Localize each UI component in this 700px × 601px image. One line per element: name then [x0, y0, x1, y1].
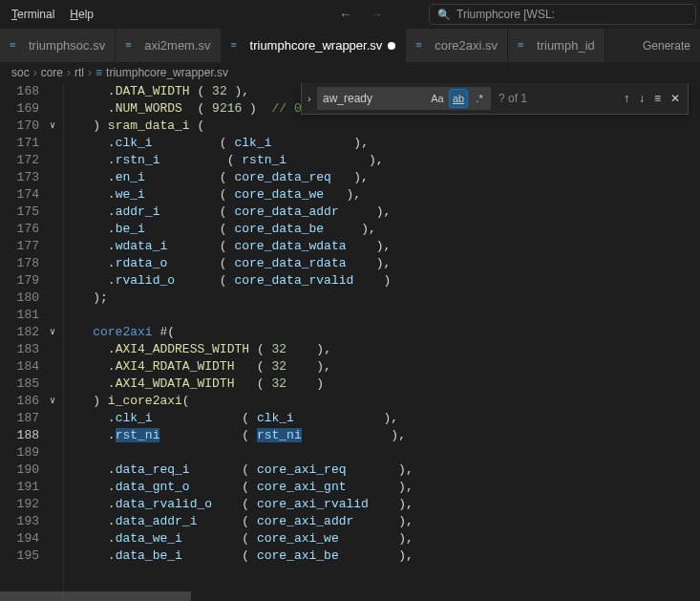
find-toggle-replace[interactable]: › — [302, 83, 317, 114]
code-line[interactable]: 192 .data_rvalid_o ( core_axi_rvalid ), — [0, 496, 687, 513]
code-line[interactable]: 179 .rvalid_o ( core_data_rvalid ) — [0, 272, 687, 290]
menu-terminal[interactable]: Terminal — [4, 4, 62, 25]
find-close-icon[interactable]: ✕ — [670, 92, 680, 105]
code-line[interactable]: 183 .AXI4_ADDRESS_WIDTH ( 32 ), — [0, 341, 687, 358]
code-content[interactable]: ) sram_data_i ( — [63, 118, 687, 135]
code-line[interactable]: 180 ); — [0, 290, 687, 307]
tab-label: triumphcore_wrapper.sv — [250, 38, 383, 53]
breadcrumb-part[interactable]: triumphcore_wrapper.sv — [106, 66, 228, 79]
scrollbar-thumb[interactable] — [0, 591, 191, 601]
code-content[interactable]: .clk_i ( clk_i ), — [63, 135, 687, 152]
breadcrumb-part[interactable]: core — [41, 66, 63, 79]
find-match-case[interactable]: Aa — [428, 89, 447, 108]
code-line[interactable]: 182∨ core2axi #( — [0, 324, 687, 341]
horizontal-scrollbar[interactable] — [0, 591, 687, 601]
code-line[interactable]: 173 .en_i ( core_data_req ), — [0, 169, 687, 186]
code-line[interactable]: 170∨ ) sram_data_i ( — [0, 118, 687, 135]
line-number: 195 — [0, 547, 42, 565]
code-line[interactable]: 176 .be_i ( core_data_be ), — [0, 221, 687, 238]
find-selection-icon[interactable]: ≡ — [654, 92, 661, 105]
code-content[interactable]: .we_i ( core_data_we ), — [63, 186, 687, 204]
code-line[interactable]: 172 .rstn_i ( rstn_i ), — [0, 152, 687, 169]
code-content[interactable]: .rst_ni ( rst_ni ), — [63, 427, 687, 444]
line-number: 174 — [0, 186, 42, 204]
code-line[interactable]: 185 .AXI4_WDATA_WIDTH ( 32 ) — [0, 376, 687, 393]
code-content[interactable]: .data_rvalid_o ( core_axi_rvalid ), — [63, 496, 687, 513]
code-content[interactable]: .clk_i ( clk_i ), — [63, 410, 687, 427]
menu-help[interactable]: Help — [62, 4, 101, 25]
code-content[interactable]: .data_addr_i ( core_axi_addr ), — [63, 513, 687, 530]
find-widget: › aw_ready Aa ab .* ? of 1 ↑ ↓ ≡ ✕ — [301, 83, 689, 115]
line-number: 176 — [0, 221, 42, 238]
line-number: 178 — [0, 255, 42, 272]
code-line[interactable]: 186∨ ) i_core2axi( — [0, 393, 687, 410]
tab-triumph_id[interactable]: ≡triumph_id — [508, 29, 605, 62]
code-content[interactable]: ); — [63, 290, 687, 307]
tab-label: triumphsoc.sv — [29, 38, 105, 53]
generate-action[interactable]: Generate — [633, 29, 700, 62]
code-line[interactable]: 177 .wdata_i ( core_data_wdata ), — [0, 238, 687, 255]
minimap[interactable] — [687, 83, 700, 601]
code-area[interactable]: 168 .DATA_WIDTH ( 32 ),169 .NUM_WORDS ( … — [0, 83, 687, 565]
file-icon: ≡ — [231, 39, 244, 53]
fold-icon[interactable]: ∨ — [42, 118, 63, 135]
code-content[interactable]: .rstn_i ( rstn_i ), — [63, 152, 687, 169]
code-line[interactable]: 171 .clk_i ( clk_i ), — [0, 135, 687, 152]
code-content[interactable]: .addr_i ( core_data_addr ), — [63, 204, 687, 221]
code-line[interactable]: 191 .data_gnt_o ( core_axi_gnt ), — [0, 479, 687, 496]
code-content[interactable]: .en_i ( core_data_req ), — [63, 169, 687, 186]
breadcrumb[interactable]: soc›core›rtl›≡ triumphcore_wrapper.sv — [0, 62, 700, 83]
tab-triumphcore_wrapper-sv[interactable]: ≡triumphcore_wrapper.sv — [222, 29, 407, 62]
line-number: 188 — [0, 427, 42, 444]
code-content[interactable]: core2axi #( — [63, 324, 687, 341]
line-number: 186 — [0, 393, 42, 410]
code-line[interactable]: 195 .data_be_i ( core_axi_be ), — [0, 547, 687, 565]
code-content[interactable]: ) i_core2axi( — [63, 393, 687, 410]
code-content[interactable]: .be_i ( core_data_be ), — [63, 221, 687, 238]
fold-icon — [42, 358, 63, 376]
line-number: 170 — [0, 118, 42, 135]
breadcrumb-part[interactable]: rtl — [74, 66, 84, 79]
code-line[interactable]: 178 .rdata_o ( core_data_rdata ), — [0, 255, 687, 272]
code-line[interactable]: 194 .data_we_i ( core_axi_we ), — [0, 530, 687, 547]
code-line[interactable]: 188 .rst_ni ( rst_ni ), — [0, 427, 687, 444]
find-prev-icon[interactable]: ↑ — [624, 92, 629, 105]
fold-icon[interactable]: ∨ — [42, 324, 63, 341]
code-content[interactable]: .data_gnt_o ( core_axi_gnt ), — [63, 479, 687, 496]
tab-axi2mem-sv[interactable]: ≡axi2mem.sv — [116, 29, 221, 62]
code-content[interactable]: .rvalid_o ( core_data_rvalid ) — [63, 272, 687, 290]
tab-core2axi-sv[interactable]: ≡core2axi.sv — [406, 29, 508, 62]
code-content[interactable] — [63, 307, 687, 324]
fold-icon[interactable]: ∨ — [42, 393, 63, 410]
find-next-icon[interactable]: ↓ — [639, 92, 645, 105]
code-line[interactable]: 193 .data_addr_i ( core_axi_addr ), — [0, 513, 687, 530]
editor[interactable]: › aw_ready Aa ab .* ? of 1 ↑ ↓ ≡ ✕ 168 .… — [0, 83, 700, 601]
code-content[interactable]: .data_be_i ( core_axi_be ), — [63, 547, 687, 565]
code-line[interactable]: 181 — [0, 307, 687, 324]
tab-triumphsoc-sv[interactable]: ≡triumphsoc.sv — [0, 29, 116, 62]
code-content[interactable]: .data_we_i ( core_axi_we ), — [63, 530, 687, 547]
code-line[interactable]: 175 .addr_i ( core_data_addr ), — [0, 204, 687, 221]
code-line[interactable]: 174 .we_i ( core_data_we ), — [0, 186, 687, 204]
nav-forward-icon[interactable]: → — [370, 7, 383, 22]
code-content[interactable]: .AXI4_WDATA_WIDTH ( 32 ) — [63, 376, 687, 393]
code-content[interactable] — [63, 444, 687, 461]
find-match-word[interactable]: ab — [449, 89, 468, 108]
code-line[interactable]: 187 .clk_i ( clk_i ), — [0, 410, 687, 427]
command-center-search[interactable]: 🔍 Triumphcore [WSL: — [429, 4, 696, 25]
code-content[interactable]: .rdata_o ( core_data_rdata ), — [63, 255, 687, 272]
line-number: 172 — [0, 152, 42, 169]
code-line[interactable]: 184 .AXI4_RDATA_WIDTH ( 32 ), — [0, 358, 687, 376]
code-line[interactable]: 190 .data_req_i ( core_axi_req ), — [0, 461, 687, 479]
code-content[interactable]: .data_req_i ( core_axi_req ), — [63, 461, 687, 479]
code-line[interactable]: 189 — [0, 444, 687, 461]
line-number: 189 — [0, 444, 42, 461]
code-content[interactable]: .AXI4_RDATA_WIDTH ( 32 ), — [63, 358, 687, 376]
nav-back-icon[interactable]: ← — [339, 7, 352, 22]
code-content[interactable]: .wdata_i ( core_data_wdata ), — [63, 238, 687, 255]
search-icon: 🔍 — [437, 9, 451, 21]
code-content[interactable]: .AXI4_ADDRESS_WIDTH ( 32 ), — [63, 341, 687, 358]
file-icon: ≡ — [125, 39, 138, 53]
breadcrumb-part[interactable]: soc — [11, 66, 30, 79]
find-regex[interactable]: .* — [470, 89, 489, 108]
